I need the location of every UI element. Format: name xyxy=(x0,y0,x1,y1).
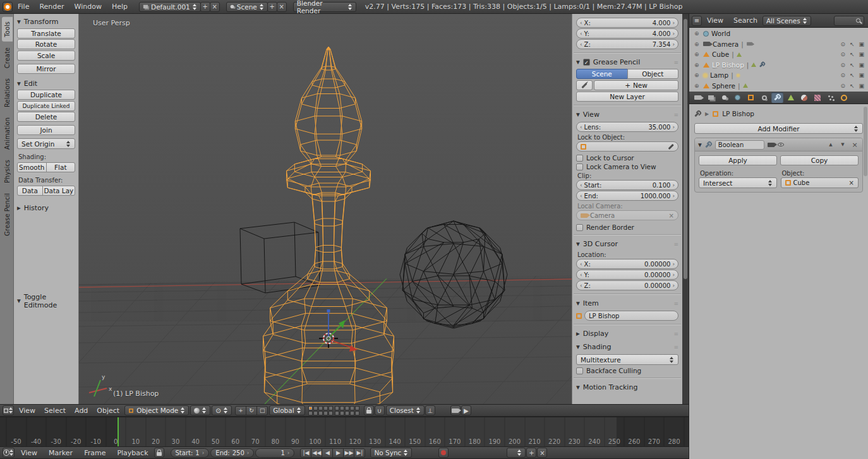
gp-scene-tab[interactable]: Scene xyxy=(576,69,628,79)
lock-button[interactable] xyxy=(364,405,374,415)
cursor-panel-header[interactable]: ▼ 3D Cursor ≡ xyxy=(576,239,678,249)
modifier-header[interactable]: ▼ Boolean ▲ ▼ × xyxy=(695,138,862,152)
close-scene-button[interactable]: × xyxy=(277,2,287,12)
object-name-field[interactable]: LP Bishop xyxy=(584,311,678,321)
outliner-row-lp-bishop[interactable]: ⊕ LP Bishop | ⊙↖▣ xyxy=(689,60,868,71)
motion-tracking-panel-header[interactable]: ▼ Motion Tracking xyxy=(576,382,678,393)
menu-window[interactable]: Window xyxy=(69,3,107,11)
breadcrumb-object-name[interactable]: LP Bishop xyxy=(722,110,754,117)
layer-cell[interactable] xyxy=(313,406,318,410)
translate-button[interactable]: Translate xyxy=(17,28,75,39)
render-visibility-icon[interactable] xyxy=(768,143,775,147)
eye-icon[interactable]: ⊙ xyxy=(840,51,845,57)
view3d-menu-view[interactable]: View xyxy=(15,407,39,415)
timeline-lock-button[interactable] xyxy=(154,448,164,458)
location-z-slider[interactable]: ‹Z:7.354› xyxy=(576,39,678,49)
cursor-x-slider[interactable]: ‹X:0.00000› xyxy=(576,259,678,269)
lens-slider[interactable]: ‹Lens:35.000› xyxy=(576,122,678,132)
keying-set-dropdown[interactable] xyxy=(507,448,526,458)
render-border-row[interactable]: Render Border xyxy=(576,224,678,231)
clip-end-slider[interactable]: ‹End:1000.000› xyxy=(576,191,678,201)
snap-toggle-button[interactable]: ∪ xyxy=(375,405,385,415)
eye-icon[interactable]: ⊙ xyxy=(840,72,845,78)
manipulator-rotate-button[interactable]: ↻ xyxy=(246,406,257,415)
info-editor-selector[interactable] xyxy=(3,2,13,12)
cursor-z-slider[interactable]: ‹Z:0.00000› xyxy=(576,280,678,290)
tab-constraints[interactable] xyxy=(758,92,770,103)
layer-cell[interactable] xyxy=(340,411,344,415)
tab-scene[interactable] xyxy=(718,92,730,103)
tab-render-layers[interactable] xyxy=(705,92,717,103)
timeline-menu-view[interactable]: View xyxy=(16,449,42,457)
tab-create[interactable]: Create xyxy=(2,43,13,73)
properties-scrollbar[interactable] xyxy=(864,107,867,176)
clear-icon[interactable]: × xyxy=(849,179,854,186)
outliner-menu-search[interactable]: Search xyxy=(728,16,763,25)
set-origin-dropdown[interactable]: Set Origin xyxy=(17,138,75,149)
layer-cell[interactable] xyxy=(335,406,339,410)
clear-icon[interactable]: × xyxy=(669,212,674,219)
render-icon[interactable]: ▣ xyxy=(859,41,864,47)
expand-icon[interactable]: ⊕ xyxy=(694,41,701,47)
tab-particles[interactable] xyxy=(824,92,836,103)
redo-panel-header[interactable]: ▼ Toggle Editmode xyxy=(17,295,75,306)
select-icon[interactable]: ↖ xyxy=(850,83,855,89)
add-scene-button[interactable]: + xyxy=(267,2,277,12)
render-icon[interactable]: ▣ xyxy=(859,72,864,78)
view-panel-header[interactable]: ▼ View ≡ xyxy=(576,109,678,120)
select-icon[interactable]: ↖ xyxy=(850,62,855,68)
flat-button[interactable]: Flat xyxy=(46,162,76,172)
boolean-object-field[interactable]: Cube × xyxy=(781,177,859,188)
pivot-dropdown[interactable]: ⊙ xyxy=(212,405,232,415)
local-camera-field[interactable]: Camera × xyxy=(576,210,678,220)
data-button[interactable]: Data xyxy=(17,186,43,196)
layer-cell[interactable] xyxy=(350,406,354,410)
timeline-menu-frame[interactable]: Frame xyxy=(79,449,111,457)
view3d-menu-add[interactable]: Add xyxy=(71,407,92,415)
select-icon[interactable]: ↖ xyxy=(850,51,855,57)
tab-grease-pencil[interactable]: Grease Pencil xyxy=(2,189,13,241)
previous-keyframe-button[interactable]: ◀◀ xyxy=(311,448,322,458)
layer-grid[interactable] xyxy=(306,406,359,415)
timeline-menu-marker[interactable]: Marker xyxy=(44,449,78,457)
sync-dropdown[interactable]: No Sync xyxy=(370,448,412,458)
gp-new-layer-button[interactable]: New Layer xyxy=(576,92,678,102)
viewport-canvas[interactable]: xy xyxy=(79,14,572,404)
play-reverse-button[interactable]: ◀ xyxy=(322,448,333,458)
start-frame-field[interactable]: Start:1› xyxy=(171,448,210,458)
add-modifier-dropdown[interactable]: Add Modifier xyxy=(694,123,863,134)
display-panel-header[interactable]: ▶ Display ≡ xyxy=(576,328,678,339)
mirror-button[interactable]: Mirror xyxy=(17,64,75,74)
cursor-y-slider[interactable]: ‹Y:0.00000› xyxy=(576,270,678,280)
backface-culling-row[interactable]: Backface Culling xyxy=(576,367,678,374)
timeline-ruler[interactable]: -50-40-30-20-100102030405060708090100110… xyxy=(0,417,689,446)
operation-dropdown[interactable]: Intersect xyxy=(699,177,777,188)
mode-dropdown[interactable]: Object Mode xyxy=(124,405,189,415)
tab-animation[interactable]: Animation xyxy=(2,113,13,154)
outliner-row-world[interactable]: ⊕ World xyxy=(689,28,868,39)
duplicate-button[interactable]: Duplicate xyxy=(17,90,75,100)
apply-button[interactable]: Apply xyxy=(699,155,777,165)
expand-icon[interactable]: ⊕ xyxy=(694,30,701,37)
tab-texture[interactable] xyxy=(811,92,823,103)
outliner-row-camera[interactable]: ⊕ Camera | ⊙↖▣ xyxy=(689,39,868,50)
grease-pencil-panel-header[interactable]: ▼ ✓ Grease Pencil ≡ xyxy=(576,57,678,68)
current-frame-indicator[interactable] xyxy=(118,417,119,446)
tab-world[interactable] xyxy=(732,92,744,103)
move-down-button[interactable]: ▼ xyxy=(838,142,847,147)
opengl-render-button[interactable] xyxy=(450,405,461,415)
layer-cell[interactable] xyxy=(345,411,349,415)
outliner-editor-selector[interactable]: ≡ xyxy=(692,16,702,26)
select-icon[interactable]: ↖ xyxy=(850,72,855,78)
transform-panel-header[interactable]: ▼ Transform xyxy=(17,16,75,27)
snap-mode-dropdown[interactable]: Closest xyxy=(386,405,425,415)
expand-icon[interactable]: ⊕ xyxy=(694,83,701,89)
layer-cell[interactable] xyxy=(318,406,323,410)
viewport-shading-dropdown[interactable] xyxy=(190,405,210,415)
manipulator-translate-button[interactable]: + xyxy=(235,406,246,415)
gp-draw-mode-dropdown[interactable] xyxy=(576,80,593,90)
clip-start-slider[interactable]: ‹Start:0.100› xyxy=(576,180,678,190)
lock-to-object-field[interactable] xyxy=(576,141,678,152)
end-frame-field[interactable]: End:250› xyxy=(210,448,254,458)
tab-modifiers[interactable] xyxy=(771,92,783,103)
